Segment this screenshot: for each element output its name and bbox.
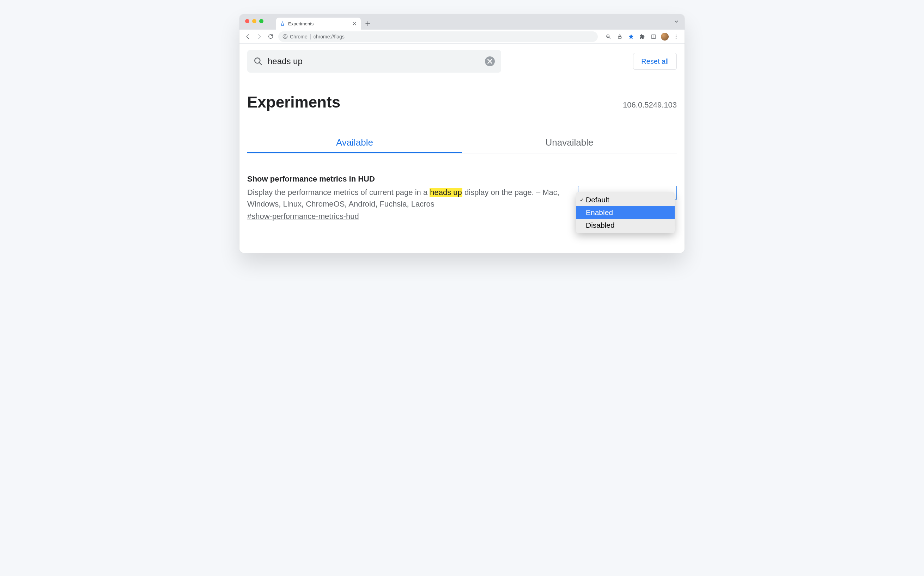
flag-hash-link[interactable]: #show-performance-metrics-hud bbox=[247, 212, 359, 221]
option-enabled[interactable]: Enabled bbox=[576, 206, 675, 219]
flag-desc-highlight: heads up bbox=[429, 188, 462, 197]
kebab-menu-icon[interactable] bbox=[671, 32, 681, 42]
toolbar: Chrome chrome://flags bbox=[239, 30, 685, 44]
flags-page: Reset all Experiments 106.0.5249.103 Ava… bbox=[239, 44, 685, 253]
option-default[interactable]: ✓ Default bbox=[576, 194, 675, 206]
flag-select-wrap: ✓ Default Enabled Disabled bbox=[578, 186, 677, 200]
option-enabled-label: Enabled bbox=[586, 208, 613, 217]
avatar-image bbox=[661, 33, 669, 40]
page-title: Experiments bbox=[247, 93, 340, 111]
share-icon[interactable] bbox=[615, 32, 625, 42]
flask-icon bbox=[280, 21, 285, 26]
new-tab-button[interactable] bbox=[363, 19, 373, 29]
version-label: 106.0.5249.103 bbox=[623, 101, 677, 110]
bookmark-star-icon[interactable] bbox=[626, 32, 636, 42]
content-area: Experiments 106.0.5249.103 Available Una… bbox=[239, 79, 685, 253]
reload-button[interactable] bbox=[266, 32, 275, 42]
reset-all-button[interactable]: Reset all bbox=[633, 53, 677, 70]
search-box bbox=[247, 50, 501, 73]
browser-window: Experiments Chrome chrome:// bbox=[239, 14, 685, 253]
svg-rect-4 bbox=[652, 35, 656, 38]
tab-unavailable[interactable]: Unavailable bbox=[462, 132, 677, 153]
chrome-icon bbox=[282, 34, 288, 39]
option-disabled-label: Disabled bbox=[586, 221, 615, 229]
address-bar[interactable]: Chrome chrome://flags bbox=[278, 31, 598, 42]
search-icon bbox=[253, 57, 263, 66]
tab-overflow-icon[interactable] bbox=[674, 19, 679, 24]
option-disabled[interactable]: Disabled bbox=[576, 219, 675, 232]
svg-point-5 bbox=[676, 35, 676, 35]
browser-tab-active[interactable]: Experiments bbox=[276, 18, 361, 30]
svg-point-6 bbox=[676, 36, 676, 37]
flag-title: Show performance metrics in HUD bbox=[247, 174, 564, 184]
close-window-button[interactable] bbox=[245, 19, 249, 23]
option-default-label: Default bbox=[586, 196, 609, 204]
side-panel-icon[interactable] bbox=[649, 32, 658, 42]
flag-text: Show performance metrics in HUD Display … bbox=[247, 174, 564, 221]
profile-avatar[interactable] bbox=[660, 32, 670, 42]
check-icon: ✓ bbox=[580, 197, 585, 203]
heading-row: Experiments 106.0.5249.103 bbox=[247, 93, 677, 111]
flag-description: Display the performance metrics of curre… bbox=[247, 187, 564, 210]
extensions-icon[interactable] bbox=[637, 32, 647, 42]
flag-dropdown-menu: ✓ Default Enabled Disabled bbox=[576, 192, 675, 233]
search-row: Reset all bbox=[239, 44, 685, 79]
forward-button[interactable] bbox=[254, 32, 264, 42]
url-text: chrome://flags bbox=[314, 34, 344, 40]
clear-search-icon[interactable] bbox=[485, 56, 495, 66]
flag-desc-pre: Display the performance metrics of curre… bbox=[247, 188, 429, 197]
tab-strip: Experiments bbox=[239, 14, 685, 30]
svg-point-7 bbox=[676, 38, 676, 38]
search-input[interactable] bbox=[268, 56, 480, 66]
site-chip: Chrome bbox=[282, 34, 307, 40]
tabs: Available Unavailable bbox=[247, 132, 677, 154]
zoom-icon[interactable] bbox=[604, 32, 613, 42]
flag-row: Show performance metrics in HUD Display … bbox=[247, 174, 677, 221]
toolbar-right bbox=[604, 32, 681, 42]
window-controls bbox=[245, 19, 263, 23]
tab-available[interactable]: Available bbox=[247, 132, 462, 153]
tab-title: Experiments bbox=[288, 21, 349, 26]
minimize-window-button[interactable] bbox=[252, 19, 256, 23]
site-chip-label: Chrome bbox=[290, 34, 307, 40]
close-tab-icon[interactable] bbox=[352, 21, 357, 26]
svg-point-8 bbox=[255, 58, 260, 63]
back-button[interactable] bbox=[243, 32, 253, 42]
svg-point-1 bbox=[284, 35, 286, 37]
fullscreen-window-button[interactable] bbox=[259, 19, 263, 23]
